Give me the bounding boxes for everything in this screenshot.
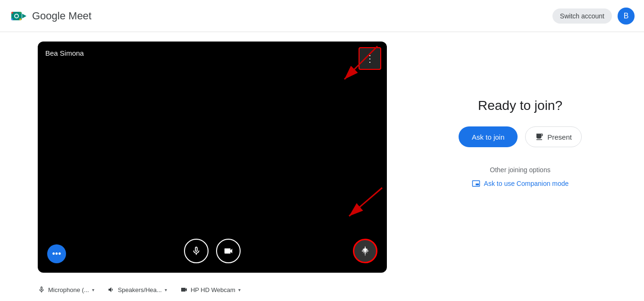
webcam-selector-icon — [180, 286, 188, 293]
microphone-button[interactable] — [184, 239, 209, 263]
video-preview: Bea Simona ⋮ ••• — [38, 42, 387, 273]
main-content: Bea Simona ⋮ ••• — [0, 32, 644, 282]
video-controls — [38, 239, 387, 263]
speakers-selector-icon — [108, 286, 115, 293]
more-options-button[interactable]: ⋮ — [359, 47, 381, 70]
svg-point-5 — [11, 12, 13, 14]
svg-point-6 — [19, 12, 21, 14]
avatar[interactable]: B — [618, 8, 635, 25]
header-right: Switch account B — [552, 8, 635, 25]
present-button[interactable]: Present — [525, 126, 582, 147]
other-options-label: Other joining options — [490, 166, 550, 174]
mic-icon — [191, 246, 201, 256]
switch-account-button[interactable]: Switch account — [552, 8, 612, 24]
participant-name: Bea Simona — [45, 49, 84, 57]
microphone-label: Microphone (... — [48, 286, 89, 293]
ask-to-join-button[interactable]: Ask to join — [459, 126, 518, 147]
webcam-chevron-icon: ▾ — [238, 287, 241, 293]
webcam-label: HP HD Webcam — [191, 286, 235, 293]
speakers-selector[interactable]: Speakers/Hea... ▾ — [108, 286, 167, 293]
google-meet-logo-icon — [9, 7, 28, 25]
sparkle-icon — [360, 246, 370, 256]
microphone-selector[interactable]: Microphone (... ▾ — [38, 286, 94, 293]
bottom-bar: Microphone (... ▾ Speakers/Hea... ▾ HP H… — [0, 278, 644, 301]
svg-point-3 — [15, 15, 18, 17]
webcam-selector[interactable]: HP HD Webcam ▾ — [180, 286, 241, 293]
companion-mode-label: Ask to use Companion mode — [484, 180, 569, 187]
companion-mode-icon — [472, 179, 480, 188]
logo-area: Google Meet — [9, 7, 92, 25]
present-icon — [535, 133, 544, 141]
companion-mode-link[interactable]: Ask to use Companion mode — [472, 179, 569, 188]
camera-button[interactable] — [216, 239, 241, 263]
present-label: Present — [547, 133, 572, 141]
speakers-label: Speakers/Hea... — [118, 286, 162, 293]
sparkle-effects-button[interactable] — [353, 239, 377, 263]
camera-icon — [223, 246, 234, 256]
more-options-icon: ⋮ — [365, 53, 375, 64]
svg-point-7 — [11, 18, 13, 20]
join-buttons: Ask to join Present — [459, 126, 582, 147]
app-title: Google Meet — [32, 10, 92, 22]
speakers-chevron-icon: ▾ — [165, 287, 167, 293]
microphone-chevron-icon: ▾ — [92, 287, 94, 293]
right-panel: Ready to join? Ask to join Present Other… — [425, 42, 616, 188]
header: Google Meet Switch account B — [0, 0, 644, 32]
microphone-selector-icon — [38, 286, 45, 293]
svg-point-8 — [19, 18, 21, 20]
ready-title: Ready to join? — [478, 98, 562, 113]
